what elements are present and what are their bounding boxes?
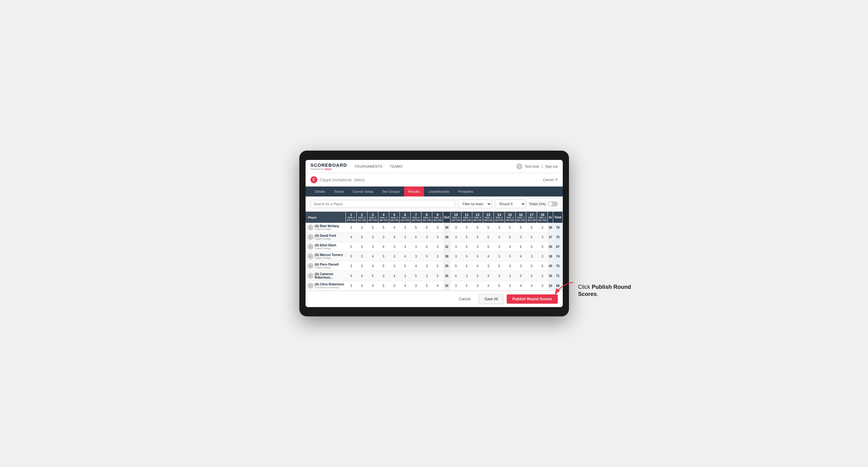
score-cell[interactable]: 5 (472, 232, 483, 242)
sign-out-link[interactable]: Sign out (545, 164, 557, 168)
score-cell[interactable]: 3 (451, 223, 461, 232)
score-cell[interactable]: 5 (367, 223, 378, 232)
score-cell[interactable]: 3 (346, 261, 357, 271)
score-cell[interactable]: 4 (504, 261, 515, 271)
score-cell[interactable]: 3 (451, 281, 461, 291)
score-cell[interactable]: 3 (400, 223, 411, 232)
tab-leaderboards[interactable]: Leaderboards (424, 187, 454, 196)
score-cell[interactable]: 3 (451, 232, 461, 242)
score-cell[interactable]: 3 (356, 242, 367, 252)
tab-teams[interactable]: Teams (330, 187, 348, 196)
score-cell[interactable]: 3 (378, 232, 389, 242)
search-input[interactable] (311, 200, 455, 208)
tab-details[interactable]: Details (311, 187, 330, 196)
tournament-cancel-button[interactable]: Cancel ✕ (543, 178, 557, 182)
round-select[interactable]: Round 3 (495, 199, 526, 208)
score-cell[interactable]: 3 (526, 281, 537, 291)
score-cell[interactable]: 3 (432, 242, 443, 252)
nav-teams[interactable]: TEAMS (390, 163, 402, 169)
score-cell[interactable]: 3 (504, 281, 515, 291)
score-cell[interactable]: 3 (400, 271, 411, 281)
tab-printables[interactable]: Printables (454, 187, 477, 196)
score-cell[interactable]: 3 (367, 232, 378, 242)
score-cell[interactable]: 5 (400, 261, 411, 271)
score-cell[interactable]: 3 (432, 223, 443, 232)
score-cell[interactable]: 5 (494, 261, 504, 271)
score-cell[interactable]: 4 (483, 281, 494, 291)
score-cell[interactable]: 5 (472, 252, 483, 261)
score-cell[interactable]: 6 (537, 261, 548, 271)
score-cell[interactable]: 4 (400, 252, 411, 261)
score-cell[interactable]: 3 (451, 242, 461, 252)
score-cell[interactable]: 5 (367, 271, 378, 281)
score-cell[interactable]: 4 (400, 242, 411, 252)
score-cell[interactable]: 3 (389, 261, 400, 271)
score-cell[interactable]: 3 (472, 242, 483, 252)
score-cell[interactable]: 5 (483, 223, 494, 232)
score-cell[interactable]: 5 (432, 271, 443, 281)
score-cell[interactable]: 5 (504, 252, 515, 261)
score-cell[interactable]: 5 (526, 223, 537, 232)
score-cell[interactable]: 3 (537, 223, 548, 232)
score-cell[interactable]: 5 (504, 223, 515, 232)
cancel-button[interactable]: Cancel (454, 294, 475, 304)
score-cell[interactable]: 3 (451, 252, 461, 261)
score-cell[interactable]: 6 (515, 242, 526, 252)
score-cell[interactable]: 4 (367, 252, 378, 261)
nav-tournaments[interactable]: TOURNAMENTS (354, 163, 382, 169)
score-cell[interactable]: 3 (432, 232, 443, 242)
score-cell[interactable]: 4 (378, 242, 389, 252)
score-cell[interactable]: 5 (378, 261, 389, 271)
totals-only-toggle[interactable]: Totals Only (529, 201, 557, 207)
score-cell[interactable]: 5 (346, 242, 357, 252)
score-cell[interactable]: 4 (389, 232, 400, 242)
score-cell[interactable]: 3 (504, 271, 515, 281)
publish-round-scores-button[interactable]: Publish Round Scores (507, 294, 557, 304)
score-cell[interactable]: 5 (378, 223, 389, 232)
score-cell[interactable]: 4 (367, 261, 378, 271)
score-cell[interactable]: 6 (472, 223, 483, 232)
score-cell[interactable]: 5 (378, 252, 389, 261)
score-cell[interactable]: 5 (461, 232, 472, 242)
score-cell[interactable]: 3 (526, 252, 537, 261)
score-cell[interactable]: 3 (537, 242, 548, 252)
score-cell[interactable]: 3 (346, 281, 357, 291)
score-cell[interactable]: 5 (526, 232, 537, 242)
score-cell[interactable]: 5 (411, 223, 422, 232)
score-cell[interactable]: 5 (378, 281, 389, 291)
score-cell[interactable]: 3 (494, 252, 504, 261)
score-cell[interactable]: 4 (356, 281, 367, 291)
score-cell[interactable]: 5 (432, 261, 443, 271)
score-cell[interactable]: 4 (515, 281, 526, 291)
score-cell[interactable]: 5 (461, 223, 472, 232)
score-cell[interactable]: 3 (537, 252, 548, 261)
score-cell[interactable]: 5 (526, 261, 537, 271)
score-cell[interactable]: 3 (411, 252, 422, 261)
score-cell[interactable]: 3 (389, 252, 400, 261)
score-cell[interactable]: 4 (346, 271, 357, 281)
score-cell[interactable]: 4 (483, 252, 494, 261)
score-cell[interactable]: 4 (400, 281, 411, 291)
score-cell[interactable]: 3 (356, 252, 367, 261)
score-cell[interactable]: 3 (537, 281, 548, 291)
score-cell[interactable]: 3 (494, 232, 504, 242)
score-cell[interactable]: 3 (422, 261, 432, 271)
score-cell[interactable]: 5 (483, 232, 494, 242)
score-cell[interactable]: 5 (483, 242, 494, 252)
score-cell[interactable]: 4 (389, 271, 400, 281)
score-cell[interactable]: 5 (451, 261, 461, 271)
tab-results[interactable]: Results (404, 187, 424, 196)
score-cell[interactable]: 4 (367, 281, 378, 291)
score-cell[interactable]: 3 (356, 261, 367, 271)
score-cell[interactable]: 5 (346, 252, 357, 261)
score-cell[interactable]: 3 (483, 271, 494, 281)
score-cell[interactable]: 4 (432, 281, 443, 291)
score-cell[interactable]: 5 (504, 232, 515, 242)
score-cell[interactable]: 3 (411, 242, 422, 252)
score-cell[interactable]: 5 (515, 271, 526, 281)
score-cell[interactable]: 3 (483, 261, 494, 271)
tab-tee-groups[interactable]: Tee Groups (378, 187, 404, 196)
score-cell[interactable]: 3 (537, 271, 548, 281)
score-cell[interactable]: 3 (389, 281, 400, 291)
score-cell[interactable]: 3 (346, 223, 357, 232)
